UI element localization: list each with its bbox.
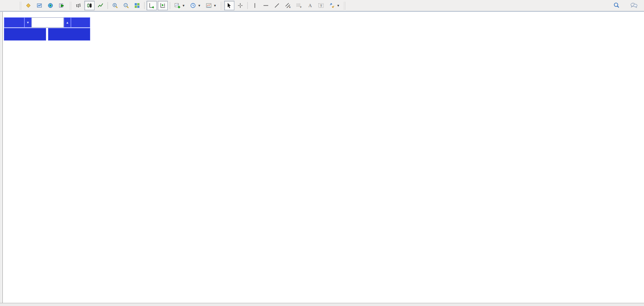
trendline-icon [274, 2, 280, 9]
crosshair-button[interactable] [235, 1, 245, 10]
bar-chart-button[interactable] [73, 1, 84, 10]
volume-input[interactable] [32, 17, 64, 28]
svg-text:F: F [300, 6, 302, 8]
market-watch-button[interactable] [23, 1, 33, 10]
svg-text:E: E [289, 6, 291, 8]
sell-price-button[interactable] [4, 28, 46, 41]
chart-shift-icon [160, 2, 166, 9]
chat-button[interactable] [628, 1, 640, 10]
sell-button[interactable] [4, 17, 24, 28]
buy-button[interactable] [71, 17, 90, 28]
text-icon: A [307, 2, 313, 9]
status-bar [0, 303, 644, 306]
volume-decrease-button[interactable]: ▼ [24, 17, 32, 28]
line-chart-button[interactable] [95, 1, 106, 10]
autotrade-icon [58, 2, 65, 9]
arrows-icon [329, 2, 335, 9]
text-label-icon: T [318, 2, 324, 9]
zoom-out-icon [123, 2, 129, 9]
toolbar-grip[interactable] [19, 2, 22, 9]
chevron-down-icon: ▼ [182, 4, 185, 7]
tile-windows-button[interactable] [132, 1, 142, 10]
periods-button[interactable]: ▼ [188, 1, 203, 10]
text-label-button[interactable]: T [316, 1, 326, 10]
chart-canvas[interactable] [0, 0, 644, 306]
navigator-button[interactable] [45, 1, 56, 10]
fibonacci-button[interactable]: F [294, 1, 304, 10]
indicators-button[interactable]: ▼ [172, 1, 187, 10]
fibonacci-icon: F [296, 2, 302, 9]
vertical-line-icon [252, 2, 258, 9]
bar-chart-icon [75, 2, 82, 9]
candlestick-chart-icon [86, 2, 93, 9]
indicators-icon [174, 2, 180, 9]
data-window-button[interactable] [34, 1, 45, 10]
chevron-down-icon: ▼ [337, 4, 340, 7]
autotrade-button[interactable] [56, 1, 68, 10]
vertical-line-button[interactable] [250, 1, 260, 10]
templates-icon [206, 2, 212, 9]
rsi-header [5, 237, 7, 242]
triangle-down-icon: ▼ [26, 21, 30, 24]
macd-header [5, 169, 9, 174]
toolbar-grip[interactable] [69, 2, 72, 9]
horizontal-line-icon [263, 2, 269, 9]
periods-icon [190, 2, 196, 9]
toolbar-separator [170, 2, 170, 9]
toolbar-separator [108, 2, 108, 9]
new-order-button[interactable] [0, 1, 18, 10]
chart-shift-button[interactable] [158, 1, 168, 10]
cursor-icon [226, 2, 232, 9]
search-icon [613, 2, 620, 9]
navigator-icon [47, 2, 54, 9]
zoom-out-button[interactable] [121, 1, 131, 10]
new-order-icon [25, 2, 32, 9]
toolbar-separator [247, 2, 248, 9]
chevron-down-icon: ▼ [213, 4, 217, 7]
text-button[interactable]: A [305, 1, 315, 10]
cursor-button[interactable] [224, 1, 234, 10]
line-chart-icon [97, 2, 104, 9]
svg-text:T: T [320, 4, 322, 8]
equidistant-channel-icon: E [285, 2, 291, 9]
arrows-button[interactable]: ▼ [327, 1, 342, 10]
chat-icon [630, 2, 638, 9]
toolbar-separator [144, 2, 145, 9]
zoom-in-icon [112, 2, 118, 9]
toolbar-grip[interactable] [343, 2, 346, 9]
one-click-trading-panel: ▼ ▲ [4, 17, 90, 41]
mt4-window: ▼ ▼ ▼ E F A [0, 0, 644, 306]
data-window-icon [36, 2, 43, 9]
toolbar-grip[interactable] [220, 2, 223, 9]
auto-scroll-icon [148, 2, 155, 9]
crosshair-icon [237, 2, 243, 9]
volume-increase-button[interactable]: ▲ [64, 17, 71, 28]
equidistant-channel-button[interactable]: E [283, 1, 293, 10]
search-button[interactable] [611, 1, 622, 10]
horizontal-line-button[interactable] [261, 1, 271, 10]
candlestick-chart-button[interactable] [84, 1, 95, 10]
main-toolbar: ▼ ▼ ▼ E F A [0, 0, 644, 11]
chevron-down-icon: ▼ [198, 4, 201, 7]
buy-price-button[interactable] [48, 28, 90, 41]
templates-button[interactable]: ▼ [204, 1, 219, 10]
auto-scroll-button[interactable] [147, 1, 157, 10]
triangle-up-icon: ▲ [66, 21, 69, 24]
zoom-in-button[interactable] [110, 1, 120, 10]
trendline-button[interactable] [272, 1, 282, 10]
tile-windows-icon [134, 2, 140, 9]
svg-text:A: A [308, 3, 312, 8]
chart-title [5, 13, 9, 17]
